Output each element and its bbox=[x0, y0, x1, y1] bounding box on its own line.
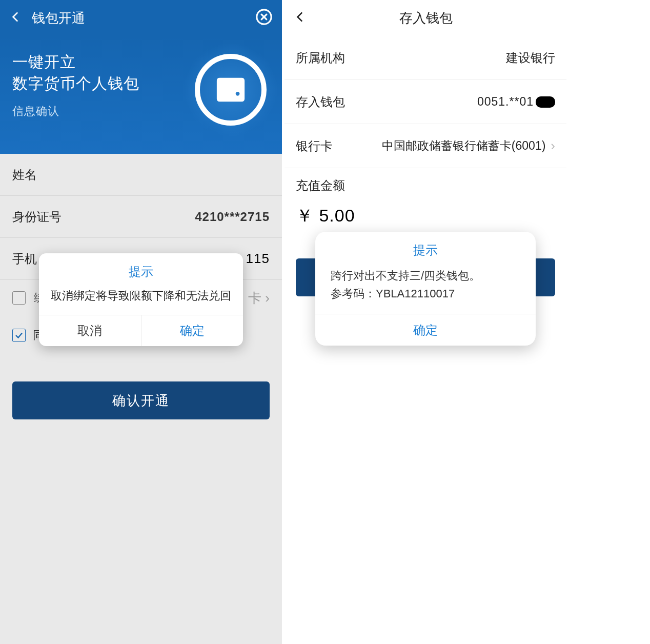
card-value: 中国邮政储蓄银行储蓄卡(6001)› bbox=[382, 138, 555, 154]
cancel-button[interactable]: 取消 bbox=[39, 315, 141, 346]
dialog-body: 跨行对出不支持三/四类钱包。 参考码：YBLA12110017 bbox=[315, 267, 536, 314]
org-value: 建设银行 bbox=[506, 50, 555, 66]
org-label: 所属机构 bbox=[296, 50, 345, 66]
dialog-line-2: 参考码：YBLA12110017 bbox=[331, 285, 520, 303]
dialog-message: 取消绑定将导致限额下降和无法兑回 bbox=[39, 287, 243, 315]
ok-button[interactable]: 确定 bbox=[141, 315, 243, 346]
chevron-right-icon: › bbox=[551, 138, 555, 154]
dialog-error: 提示 跨行对出不支持三/四类钱包。 参考码：YBLA12110017 确定 bbox=[315, 232, 536, 346]
dialog-title: 提示 bbox=[315, 232, 536, 267]
amount-label: 充值金额 bbox=[296, 177, 555, 194]
dialog-title: 提示 bbox=[39, 253, 243, 287]
amount-value[interactable]: ￥ 5.00 bbox=[296, 204, 555, 228]
row-org: 所属机构 建设银行 bbox=[285, 36, 566, 80]
card-label: 银行卡 bbox=[296, 138, 333, 154]
screen-deposit: 存入钱包 所属机构 建设银行 存入钱包 0051.**01 银行卡 中国邮政储蓄… bbox=[285, 0, 566, 644]
wallet-label: 存入钱包 bbox=[296, 94, 345, 110]
page-title: 存入钱包 bbox=[295, 9, 557, 27]
screen-wallet-open: 钱包开通 一键开立 数字货币个人钱包 信息确认 姓名 身份证号 4210***2… bbox=[0, 0, 282, 644]
row-bankcard[interactable]: 银行卡 中国邮政储蓄银行储蓄卡(6001)› bbox=[285, 124, 566, 168]
wallet-value: 0051.**01 bbox=[477, 95, 555, 109]
amount-block: 充值金额 ￥ 5.00 bbox=[285, 168, 566, 237]
row-wallet[interactable]: 存入钱包 0051.**01 bbox=[285, 80, 566, 124]
dialog-button-row: 取消 确定 bbox=[39, 315, 243, 346]
dialog-line-1: 跨行对出不支持三/四类钱包。 bbox=[331, 267, 520, 285]
header-bar: 存入钱包 bbox=[285, 0, 566, 36]
dialog-unbind: 提示 取消绑定将导致限额下降和无法兑回 取消 确定 bbox=[39, 253, 243, 346]
ok-button[interactable]: 确定 bbox=[315, 314, 536, 346]
